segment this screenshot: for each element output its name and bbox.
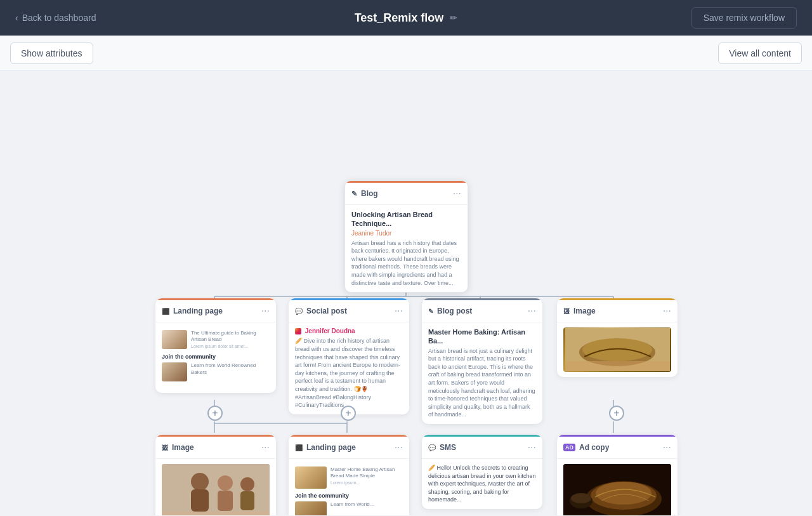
level3-image-header: 🖼 Image ··· xyxy=(155,437,276,459)
level2-lp-header: ⬛ Landing page ··· xyxy=(155,300,276,322)
level2-blog-menu[interactable]: ··· xyxy=(528,305,536,317)
back-label: Back to dashboard xyxy=(22,13,96,23)
svg-rect-19 xyxy=(191,489,209,512)
level3-ad-body xyxy=(557,459,678,515)
level2-lp-menu[interactable]: ··· xyxy=(261,305,270,317)
level2-card-image[interactable]: 🖼 Image ··· xyxy=(557,298,678,377)
blog-post-icon: ✎ xyxy=(428,308,433,315)
level2-blog-header: ✎ Blog post ··· xyxy=(422,300,542,322)
view-all-content-button[interactable]: View all content xyxy=(718,43,802,64)
people-image-svg xyxy=(162,464,270,515)
level3-card-ad-copy[interactable]: AD Ad copy ··· xyxy=(557,435,678,515)
level3-sms-menu[interactable]: ··· xyxy=(528,442,536,453)
level3-card-sms[interactable]: 💬 SMS ··· 🥖 Hello! Unlock the secrets to… xyxy=(422,435,542,509)
level3-image-menu[interactable]: ··· xyxy=(261,442,270,453)
root-card-text: Artisan bread has a rich history that da… xyxy=(351,239,461,288)
back-arrow-icon: ‹ xyxy=(15,13,18,23)
level3-image-type: Image xyxy=(172,443,194,452)
level3-image-body xyxy=(155,459,276,515)
level3-lp-menu[interactable]: ··· xyxy=(395,442,403,453)
level2-social-menu[interactable]: ··· xyxy=(395,305,403,317)
social-post-icon: 💬 xyxy=(295,308,303,315)
level2-image-menu[interactable]: ··· xyxy=(663,305,671,317)
svg-point-18 xyxy=(191,473,209,491)
level2-blog-title: Master Home Baking: Artisan Ba... xyxy=(428,327,536,346)
blog-icon: ✎ xyxy=(351,190,357,198)
level2-lp-type: Landing page xyxy=(173,307,223,315)
level2-blog-type: Blog post xyxy=(437,307,472,315)
level2-image-body xyxy=(557,322,678,377)
back-to-dashboard-button[interactable]: ‹ Back to dashboard xyxy=(15,13,96,23)
svg-point-15 xyxy=(582,338,652,361)
level2-image-preview xyxy=(563,327,671,372)
level3-image-preview xyxy=(162,464,270,515)
root-card-author: Jeanine Tudor xyxy=(351,230,461,237)
sms-icon: 💬 xyxy=(428,444,436,451)
svg-rect-21 xyxy=(218,491,233,511)
ad-copy-icon: AD xyxy=(563,444,575,451)
root-card-menu[interactable]: ··· xyxy=(453,188,461,199)
level3-ad-menu[interactable]: ··· xyxy=(663,442,671,453)
level3-sms-header: 💬 SMS ··· xyxy=(422,437,542,459)
add-circle-1[interactable]: + xyxy=(207,406,223,421)
level3-lp-icon: ⬛ xyxy=(295,444,303,451)
level3-lp-join: Join the community xyxy=(295,493,403,499)
level3-sms-body: 🥖 Hello! Unlock the secrets to creating … xyxy=(422,459,542,509)
level2-lp-join: Join the community xyxy=(162,354,270,360)
ad-bread-svg xyxy=(563,464,671,515)
level3-lp-body: Master Home Baking Artisan Bread Made Si… xyxy=(289,459,409,515)
svg-point-22 xyxy=(240,477,254,491)
root-card-blog[interactable]: ✎ Blog ··· Unlocking Artisan Bread Techn… xyxy=(344,180,468,293)
level2-lp-body: The Ultimate guide to Baking Artisan Bre… xyxy=(155,322,276,393)
level3-card-image[interactable]: 🖼 Image ··· xyxy=(155,435,276,515)
level2-social-body: Jennifer Doudna 🥖 Dive into the rich his… xyxy=(289,322,409,414)
header: ‹ Back to dashboard Test_Remix flow ✏ Sa… xyxy=(0,0,812,36)
root-card-type: Blog xyxy=(361,189,378,198)
landing-page-icon: ⬛ xyxy=(162,308,169,315)
add-circle-2[interactable]: + xyxy=(341,406,356,421)
level3-lp-heading3: Learn from World... xyxy=(331,501,374,508)
level2-blog-text: Artisan bread is not just a culinary del… xyxy=(428,347,536,419)
level2-image-header: 🖼 Image ··· xyxy=(557,300,678,322)
show-attributes-button[interactable]: Show attributes xyxy=(10,43,93,64)
svg-point-20 xyxy=(218,475,233,491)
level3-ad-type: Ad copy xyxy=(579,443,609,452)
level3-sms-text: 🥖 Hello! Unlock the secrets to creating … xyxy=(428,464,536,504)
edit-title-icon[interactable]: ✏ xyxy=(450,13,457,23)
instagram-icon xyxy=(295,328,301,334)
svg-rect-24 xyxy=(162,512,270,515)
bread-image-svg xyxy=(565,328,670,371)
level3-sms-type: SMS xyxy=(440,443,456,452)
level3-ad-image xyxy=(563,464,671,515)
svg-point-30 xyxy=(571,493,591,503)
level2-blog-body: Master Home Baking: Artisan Ba... Artisa… xyxy=(422,322,542,424)
svg-rect-16 xyxy=(565,361,670,371)
level3-lp-type: Landing page xyxy=(306,443,356,452)
level2-card-landing-page[interactable]: ⬛ Landing page ··· The Ultimate guide to… xyxy=(155,298,276,393)
level2-social-header: 💬 Social post ··· xyxy=(289,300,409,322)
level2-lp-heading1: The Ultimate guide to Baking Artisan Bre… xyxy=(191,330,270,350)
level3-ad-header: AD Ad copy ··· xyxy=(557,437,678,459)
level2-card-blog-post[interactable]: ✎ Blog post ··· Master Home Baking: Arti… xyxy=(422,298,542,424)
root-card-body: Unlocking Artisan Bread Technique... Jea… xyxy=(345,205,468,292)
add-circle-3[interactable]: + xyxy=(609,406,624,421)
level2-lp-heading3: Learn from World Renowned Bakers xyxy=(191,362,270,376)
save-remix-button[interactable]: Save remix workflow xyxy=(691,7,797,29)
level2-social-type: Social post xyxy=(306,307,347,315)
level2-image-type: Image xyxy=(573,307,596,315)
level3-card-landing-page[interactable]: ⬛ Landing page ··· Master Home Baking Ar… xyxy=(289,435,409,515)
svg-rect-23 xyxy=(240,491,254,510)
toolbar: Show attributes View all content xyxy=(0,36,812,71)
level3-image-icon: 🖼 xyxy=(162,444,168,451)
header-title-group: Test_Remix flow ✏ xyxy=(355,11,458,25)
level3-lp-header: ⬛ Landing page ··· xyxy=(289,437,409,459)
root-card-header: ✎ Blog ··· xyxy=(345,183,468,205)
workflow-canvas: ✎ Blog ··· Unlocking Artisan Bread Techn… xyxy=(0,71,812,515)
level2-social-author: Jennifer Doudna xyxy=(305,327,355,334)
level2-card-social-post[interactable]: 💬 Social post ··· Jennifer Doudna 🥖 Dive… xyxy=(289,298,409,414)
level2-social-text: 🥖 Dive into the rich history of artisan … xyxy=(295,337,403,409)
root-card-title: Unlocking Artisan Bread Technique... xyxy=(351,210,461,228)
level3-lp-heading1: Master Home Baking Artisan Bread Made Si… xyxy=(331,466,403,486)
workflow-title: Test_Remix flow xyxy=(355,11,444,25)
image-icon: 🖼 xyxy=(563,308,570,315)
